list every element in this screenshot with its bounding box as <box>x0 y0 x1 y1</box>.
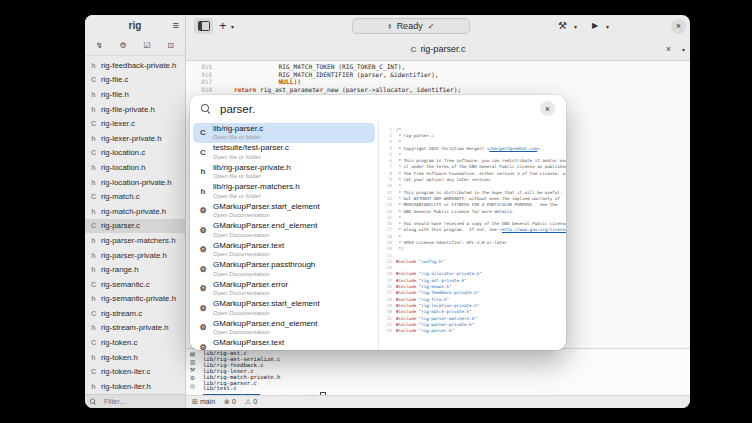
settings-icon[interactable]: ⚙ <box>190 375 195 382</box>
line-number: 1 <box>379 127 396 132</box>
line-number: 815 <box>186 63 219 70</box>
build-caret-icon[interactable]: ▾ <box>574 23 577 30</box>
todo-icon[interactable]: ☑ <box>143 42 150 50</box>
line-number: 17 <box>379 227 396 232</box>
search-result[interactable]: ⚙GMarkupParser.passthroughOpen Documenta… <box>193 260 375 280</box>
tab-list-caret-icon[interactable]: ▾ <box>682 46 685 53</box>
preview-line: 12 * but WITHOUT ANY WARRANTY; without e… <box>379 195 566 201</box>
build-log-icon[interactable]: ⚒ <box>190 367 195 374</box>
file-item[interactable]: Crig-match.c <box>85 189 185 204</box>
filter-bar[interactable] <box>85 394 185 408</box>
run-button[interactable]: ▶ <box>592 21 598 31</box>
code-token: "rig-parser-private.h" <box>419 322 474 327</box>
file-item[interactable]: Crig-semantic.c <box>85 277 185 292</box>
result-texts: lib/rig-parser-private.hOpen file or fol… <box>213 164 291 180</box>
code-token: * GNU General Public License for more de… <box>396 209 515 214</box>
status-bar: ⊞ main ⊗ 0 ⚠ 0 <box>186 395 690 408</box>
omnibar-status-button[interactable]: ▲▼ Ready ✓ <box>352 18 470 34</box>
toggle-sidebar-button[interactable] <box>194 18 213 34</box>
code-token: #include <box>396 303 419 308</box>
file-name: rig-lexer.c <box>101 119 135 128</box>
gear-icon[interactable]: ⚙ <box>119 42 126 50</box>
file-item[interactable]: hrig-range.h <box>85 262 185 277</box>
file-item[interactable]: hrig-location-private.h <box>85 175 185 190</box>
file-name: rig-range.h <box>101 265 139 274</box>
popover-close-button[interactable]: × <box>540 101 555 116</box>
terminal[interactable]: lib/rig-ast.clib/rig-ast-serialize.clib/… <box>199 349 690 397</box>
window-close-button[interactable]: × <box>671 19 686 34</box>
code-token: * This program is distributed in the hop… <box>396 190 562 195</box>
search-result[interactable]: ⚙GMarkupParser.textOpen Documentation <box>193 338 375 351</box>
file-name: rig-feedback-private.h <box>101 61 176 70</box>
file-item[interactable]: hrig-file.h <box>85 87 185 102</box>
file-item[interactable]: hrig-parser-private.h <box>85 248 185 263</box>
project-file-list: hrig-feedback-private.hCrig-file.chrig-f… <box>85 56 185 394</box>
line-number: 8 <box>379 171 396 176</box>
filter-input[interactable] <box>102 397 176 406</box>
file-item[interactable]: Crig-file.c <box>85 73 185 88</box>
new-tab-caret-icon[interactable]: ▾ <box>231 23 234 30</box>
search-result[interactable]: ⚙GMarkupParser.errorOpen Documentation <box>193 279 375 299</box>
line-number: 21 <box>379 253 396 258</box>
active-tab-label[interactable]: rig-parser.c <box>420 44 465 54</box>
hamburger-menu-icon[interactable]: ≡ <box>173 18 179 32</box>
file-item[interactable]: hrig-location.h <box>85 160 185 175</box>
file-item[interactable]: Crig-stream.c <box>85 306 185 321</box>
run-icon[interactable]: ↯ <box>96 42 103 50</box>
file-item[interactable]: hrig-stream-private.h <box>85 321 185 336</box>
file-preview-pane: 1/*2 * rig-parser.c3 *4 * Copyright 2025… <box>378 122 566 350</box>
file-item[interactable]: hrig-match-private.h <box>85 204 185 219</box>
file-item[interactable]: Crig-parser.c <box>85 219 185 234</box>
search-result[interactable]: Ctestsuite/test-parser.cOpen file or fol… <box>193 143 375 163</box>
file-item[interactable]: Crig-location.c <box>85 146 185 161</box>
line-number: 27 <box>379 290 396 295</box>
file-item[interactable]: Crig-token-iter.c <box>85 364 185 379</box>
result-title: GMarkupParser.text <box>213 339 284 348</box>
file-item[interactable]: hrig-feedback-private.h <box>85 58 185 73</box>
updown-arrows-icon: ▲▼ <box>388 23 392 30</box>
preview-text: * You should have received a copy of the… <box>396 221 566 226</box>
search-result[interactable]: Clib/rig-parser.cOpen file or folder <box>193 123 375 143</box>
result-subtitle: Open file or folder <box>213 193 300 200</box>
build-button[interactable]: ⚒ <box>558 20 567 32</box>
preview-text: * rig-parser.c <box>396 133 434 138</box>
file-item[interactable]: hrig-semantic-private.h <box>85 292 185 307</box>
warning-icon: ⚠ <box>245 398 251 406</box>
file-type-icon: C <box>90 76 97 83</box>
search-result[interactable]: ⚙GMarkupParser.end_elementOpen Documenta… <box>193 318 375 338</box>
terminal-icon[interactable]: ▤ <box>190 351 196 358</box>
preview-text: * This program is free software: you can… <box>396 158 566 163</box>
file-item[interactable]: hrig-file-private.h <box>85 102 185 117</box>
file-name: rig-token-iter.h <box>101 382 151 391</box>
new-tab-button[interactable]: + <box>219 18 227 34</box>
search-input[interactable] <box>218 102 532 116</box>
result-type-icon: h <box>198 167 208 176</box>
file-item[interactable]: hrig-token-iter.h <box>85 379 185 394</box>
code-token: #include <box>396 309 419 314</box>
file-item[interactable]: hrig-lexer-private.h <box>85 131 185 146</box>
file-name: rig-token-iter.c <box>101 367 150 376</box>
search-result[interactable]: ⚙GMarkupParser.textOpen Documentation <box>193 240 375 260</box>
code-token: "rig-match-private.h" <box>419 309 472 314</box>
search-result[interactable]: hlib/rig-parser-matchers.hOpen file or f… <box>193 182 375 202</box>
search-result[interactable]: ⚙GMarkupParser.start_elementOpen Documen… <box>193 201 375 221</box>
run-caret-icon[interactable]: ▾ <box>606 23 609 30</box>
notes-icon[interactable]: ⊡ <box>167 42 174 50</box>
result-type-icon: ⚙ <box>198 206 208 215</box>
result-type-icon: ⚙ <box>198 226 208 235</box>
file-item[interactable]: hrig-parser-matchers.h <box>85 233 185 248</box>
output-icon[interactable]: ▥ <box>190 359 196 366</box>
file-item[interactable]: Crig-token.c <box>85 335 185 350</box>
search-result[interactable]: ⚙GMarkupParser.end_elementOpen Documenta… <box>193 221 375 241</box>
file-type-icon: h <box>90 106 97 113</box>
preview-text: * <box>396 234 401 239</box>
search-icon[interactable]: ◎ <box>190 383 195 390</box>
search-result[interactable]: ⚙GMarkupParser.start_elementOpen Documen… <box>193 299 375 319</box>
file-item[interactable]: hrig-token.h <box>85 350 185 365</box>
file-item[interactable]: Crig-lexer.c <box>85 116 185 131</box>
search-result[interactable]: hlib/rig-parser-private.hOpen file or fo… <box>193 162 375 182</box>
branch-button[interactable]: ⊞ main <box>192 398 215 406</box>
tab-close-button[interactable]: × <box>666 44 671 54</box>
file-name: rig-file.h <box>101 90 129 99</box>
result-texts: lib/rig-parser.cOpen file or folder <box>213 125 263 141</box>
